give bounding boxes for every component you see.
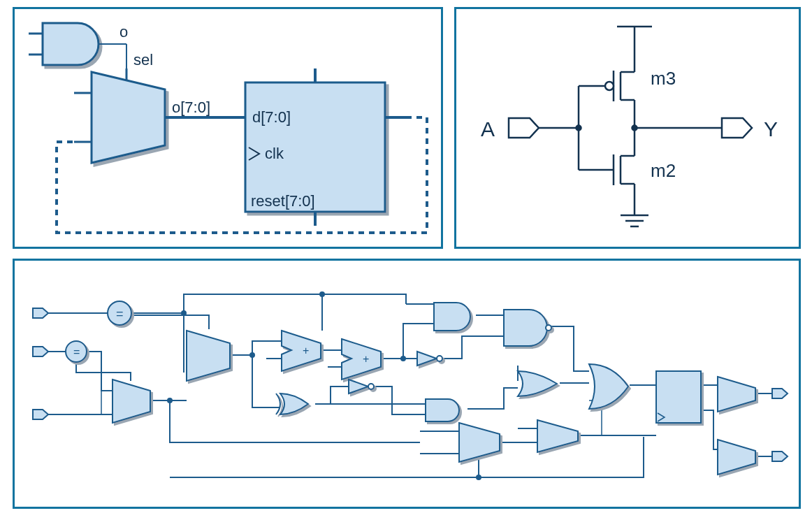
svg-marker-40 — [417, 352, 437, 366]
svg-marker-36 — [113, 380, 150, 423]
mux — [92, 72, 165, 163]
svg-point-31 — [250, 353, 254, 357]
and-top — [434, 303, 470, 331]
mux-sel-label: sel — [133, 51, 153, 68]
svg-marker-49 — [718, 440, 755, 475]
and-bottom — [426, 399, 459, 421]
port-in-2 — [33, 410, 48, 419]
mux-2 — [187, 331, 230, 381]
svg-marker-46 — [537, 420, 578, 452]
pmos-m3 — [579, 55, 635, 128]
adder-1 — [282, 331, 321, 371]
output-port-y — [722, 118, 752, 138]
svg-rect-47 — [656, 371, 701, 423]
svg-marker-37 — [187, 331, 230, 381]
svg-marker-39 — [342, 339, 381, 380]
adder-2-label: + — [363, 353, 369, 365]
output-label: Y — [764, 117, 778, 140]
register-d-label: d[7:0] — [252, 108, 291, 126]
mux-out-1 — [718, 440, 755, 475]
compare-1-label: = — [116, 307, 124, 321]
svg-marker-48 — [718, 377, 755, 412]
mux-out-label: o[7:0] — [172, 99, 210, 116]
svg-marker-38 — [282, 331, 321, 371]
port-out-1 — [772, 452, 788, 461]
not-2 — [349, 380, 374, 393]
svg-point-24 — [577, 126, 581, 131]
input-label: A — [481, 117, 495, 140]
register-reset-label: reset[7:0] — [251, 192, 315, 210]
and-gate — [43, 23, 99, 65]
mux-out-0 — [718, 377, 755, 412]
pmos-label: m3 — [651, 68, 676, 89]
or-mid — [518, 371, 557, 396]
mux-bottom-1 — [459, 423, 500, 462]
gate-level-schematic-panel: = = + + — [13, 259, 801, 509]
nand-top — [504, 310, 551, 346]
input-port-a — [509, 118, 539, 138]
svg-point-12 — [605, 82, 614, 90]
svg-point-43 — [368, 384, 374, 389]
port-in-0 — [33, 308, 48, 318]
svg-point-44 — [546, 325, 551, 331]
rtl-block-panel: o sel o[7:0] d[7:0] clk reset[7:0] — [13, 7, 443, 249]
mux-1 — [113, 380, 150, 423]
register — [656, 371, 701, 423]
svg-point-41 — [437, 356, 442, 361]
nmos-label: m2 — [651, 160, 676, 181]
not-1 — [417, 352, 442, 366]
svg-marker-0 — [92, 72, 165, 163]
mux-bottom-2 — [537, 420, 578, 452]
or-big — [589, 364, 628, 409]
adder-2 — [342, 339, 381, 380]
register-clk-label: clk — [265, 145, 284, 162]
svg-point-33 — [477, 475, 481, 479]
adder-1-label: + — [303, 345, 309, 356]
svg-marker-42 — [349, 380, 368, 393]
port-in-1 — [33, 347, 48, 356]
xor-gate — [276, 393, 308, 414]
svg-point-29 — [320, 292, 324, 296]
and-out-label: o — [119, 23, 128, 41]
port-out-0 — [772, 389, 788, 398]
cmos-inverter-panel: A Y m3 m2 — [454, 7, 801, 249]
nmos-m2 — [579, 128, 635, 215]
svg-marker-45 — [459, 423, 500, 462]
compare-2-label: = — [73, 346, 80, 358]
